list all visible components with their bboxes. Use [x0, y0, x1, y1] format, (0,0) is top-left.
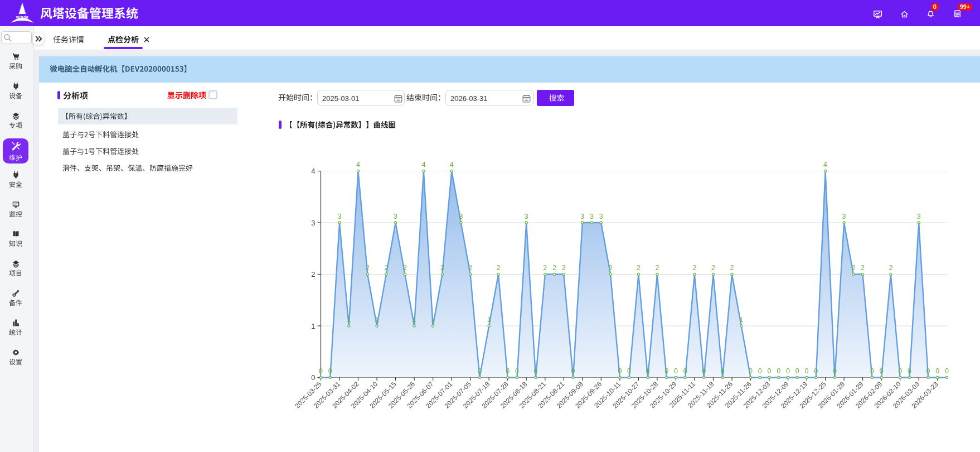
- svg-text:2: 2: [384, 264, 388, 272]
- svg-text:3: 3: [338, 213, 342, 220]
- svg-text:0: 0: [721, 367, 725, 375]
- svg-text:0: 0: [683, 367, 687, 375]
- svg-text:0: 0: [935, 367, 939, 375]
- svg-text:0: 0: [627, 367, 631, 375]
- svg-text:0: 0: [506, 367, 510, 375]
- svg-text:2: 2: [543, 264, 547, 272]
- svg-text:1: 1: [739, 316, 743, 324]
- svg-text:2: 2: [692, 264, 696, 272]
- svg-text:0: 0: [758, 367, 762, 375]
- svg-text:1: 1: [487, 316, 491, 324]
- svg-text:0: 0: [571, 367, 575, 375]
- svg-text:4: 4: [311, 167, 315, 175]
- svg-text:2: 2: [552, 264, 556, 272]
- svg-text:0: 0: [311, 373, 315, 382]
- svg-text:2: 2: [366, 264, 370, 272]
- svg-text:1: 1: [375, 316, 379, 324]
- svg-text:4: 4: [823, 161, 827, 169]
- svg-text:3: 3: [311, 219, 315, 227]
- svg-text:2: 2: [311, 270, 315, 278]
- svg-text:0: 0: [880, 367, 884, 375]
- svg-text:0: 0: [898, 367, 902, 375]
- svg-text:3: 3: [394, 213, 397, 220]
- svg-text:2: 2: [403, 264, 407, 272]
- svg-text:2: 2: [609, 264, 613, 272]
- svg-text:3: 3: [580, 213, 584, 220]
- svg-text:2: 2: [711, 264, 715, 272]
- svg-text:0: 0: [768, 367, 772, 375]
- svg-text:0: 0: [795, 367, 799, 375]
- svg-text:3: 3: [459, 213, 463, 220]
- svg-text:4: 4: [450, 161, 454, 169]
- svg-text:3: 3: [590, 213, 594, 220]
- svg-text:2: 2: [440, 264, 444, 272]
- svg-text:2: 2: [861, 264, 865, 272]
- svg-text:0: 0: [805, 367, 809, 375]
- svg-text:2: 2: [637, 264, 641, 272]
- svg-text:0: 0: [534, 367, 538, 375]
- svg-text:2: 2: [851, 264, 855, 272]
- svg-text:4: 4: [421, 161, 425, 169]
- svg-text:2: 2: [497, 264, 501, 272]
- svg-text:3: 3: [599, 213, 603, 220]
- svg-text:0: 0: [702, 367, 706, 375]
- svg-text:2: 2: [562, 264, 566, 272]
- svg-text:0: 0: [515, 367, 519, 375]
- svg-text:1: 1: [431, 316, 435, 324]
- svg-text:3: 3: [525, 213, 528, 220]
- svg-text:2: 2: [889, 264, 892, 272]
- svg-text:2: 2: [468, 264, 472, 272]
- svg-text:0: 0: [777, 367, 780, 375]
- svg-text:0: 0: [870, 367, 874, 375]
- svg-text:1: 1: [413, 316, 416, 324]
- svg-text:0: 0: [833, 367, 837, 375]
- svg-text:0: 0: [786, 367, 790, 375]
- svg-text:1: 1: [347, 316, 351, 324]
- svg-text:0: 0: [674, 367, 678, 375]
- svg-text:0: 0: [945, 367, 949, 375]
- svg-text:1: 1: [311, 322, 315, 330]
- svg-text:0: 0: [908, 367, 911, 375]
- svg-text:3: 3: [842, 213, 846, 220]
- svg-text:0: 0: [319, 367, 323, 375]
- svg-text:2: 2: [730, 264, 734, 272]
- svg-text:0: 0: [478, 367, 482, 375]
- svg-text:0: 0: [618, 367, 622, 375]
- svg-text:0: 0: [814, 367, 818, 375]
- svg-text:0: 0: [664, 367, 668, 375]
- svg-text:0: 0: [646, 367, 650, 375]
- svg-text:0: 0: [749, 367, 753, 375]
- svg-text:0: 0: [926, 367, 930, 375]
- svg-text:winda: winda: [16, 15, 28, 19]
- svg-text:2: 2: [655, 264, 659, 272]
- svg-text:4: 4: [356, 161, 360, 169]
- svg-text:0: 0: [328, 367, 332, 375]
- svg-text:3: 3: [917, 213, 921, 220]
